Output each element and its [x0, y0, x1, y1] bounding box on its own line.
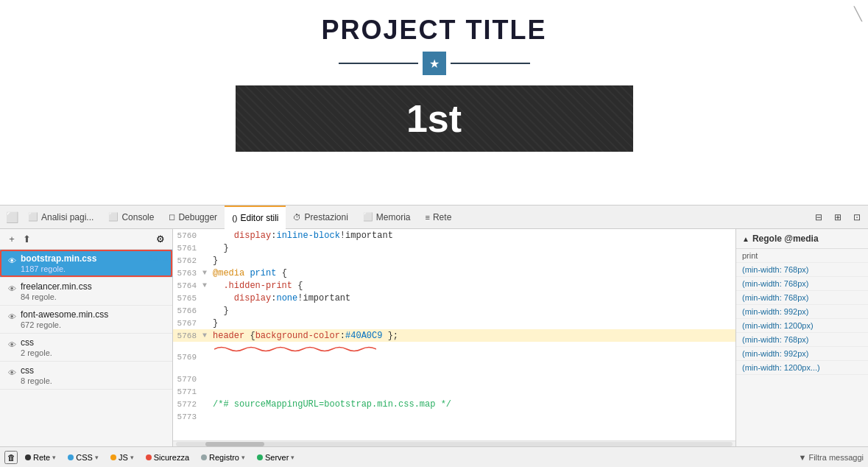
stylesheet-gear-icon[interactable]: ⚙ — [153, 232, 168, 247]
filter-css[interactable]: CSS ▾ — [63, 452, 103, 463]
filter-messages-label: ▼ Filtra messaggi — [798, 453, 864, 462]
code-horizontal-scrollbar[interactable] — [173, 440, 735, 446]
media-rule-768-3[interactable]: (min-width: 768px) — [736, 291, 868, 305]
import-stylesheet-button[interactable]: ⬆ — [19, 232, 34, 247]
media-rule-768-4[interactable]: (min-width: 768px) — [736, 333, 868, 347]
dot-server — [257, 454, 263, 460]
code-line-5763: 5763 ▼ @media print { — [173, 267, 735, 279]
tab-console[interactable]: ⬜ Console — [101, 206, 161, 229]
css-file-freelancer[interactable]: 👁 freelancer.min.css 84 regole. — [0, 278, 172, 306]
css-file-css2[interactable]: 👁 css 8 regole. — [0, 362, 172, 390]
media-rules-panel: ▲ Regole @media print (min-width: 768px)… — [735, 229, 868, 446]
arrow-rete: ▾ — [52, 454, 56, 461]
filter-sicurezza[interactable]: Sicurezza — [141, 452, 194, 463]
media-panel-title: ▲ Regole @media — [736, 229, 868, 249]
media-panel-scroll[interactable]: print (min-width: 768px) (min-width: 768… — [736, 249, 868, 446]
media-rule-992-2[interactable]: (min-width: 992px) — [736, 347, 868, 361]
css2-file-info: css 8 regole. — [21, 365, 168, 385]
dock-right-button[interactable]: ⊞ — [830, 209, 846, 225]
css-file-fontawesome[interactable]: 👁 font-awesome.min.css 672 regole. — [0, 306, 172, 334]
media-rule-1200-2[interactable]: (min-width: 1200px...) — [736, 361, 868, 375]
dot-sicurezza — [146, 454, 152, 460]
code-line-5760: 5760 display:inline-block!important — [173, 229, 735, 242]
css2-file-name: css — [21, 365, 168, 376]
eye-icon-freelancer: 👁 — [6, 283, 18, 295]
code-line-5765: 5765 display:none!important — [173, 292, 735, 304]
tab-rete[interactable]: ≡ Rete — [418, 206, 459, 229]
code-line-5762: 5762 } — [173, 254, 735, 267]
media-rule-768-1[interactable]: (min-width: 768px) — [736, 263, 868, 277]
bootstrap-file-info: bootstrap.min.css 1187 regole. — [21, 253, 147, 273]
dock-left-button[interactable]: ⊟ — [811, 209, 827, 225]
devtools-inspect-button[interactable]: ⬜ — [3, 208, 21, 226]
analisi-icon: ⬜ — [28, 212, 38, 222]
scrollbar-thumb[interactable] — [205, 442, 264, 446]
page-scroll-indicator: ╲ — [854, 6, 862, 22]
freelancer-file-rules: 84 regole. — [21, 292, 168, 301]
console-icon: ⬜ — [108, 212, 119, 222]
code-line-5769: 5769 — [173, 342, 735, 373]
css2-file-rules: 8 regole. — [21, 376, 168, 385]
title-line-right — [451, 63, 530, 64]
freelancer-file-name: freelancer.min.css — [21, 281, 168, 292]
css1-file-rules: 2 regole. — [21, 348, 168, 357]
star-icon: ★ — [429, 57, 440, 71]
media-rule-print[interactable]: print — [736, 249, 868, 263]
dot-rete — [25, 454, 31, 460]
dock-bottom-button[interactable]: ⊡ — [849, 209, 865, 225]
page-title: PROJECT TITLE — [321, 15, 546, 46]
filter-rete[interactable]: Rete ▾ — [21, 452, 60, 463]
rete-icon: ≡ — [426, 213, 430, 222]
media-rule-1200[interactable]: (min-width: 1200px) — [736, 319, 868, 333]
save-bootstrap-button[interactable]: Salva — [147, 253, 168, 262]
banner-image: 1st — [236, 85, 633, 152]
memoria-icon: ⬜ — [363, 212, 373, 222]
filter-server[interactable]: Server ▾ — [253, 452, 299, 463]
code-line-5772: 5772 /*# sourceMappingURL=bootstrap.min.… — [173, 398, 735, 410]
add-stylesheet-button[interactable]: + — [4, 232, 19, 247]
title-line-left — [339, 63, 418, 64]
media-panel-arrow: ▲ — [742, 235, 749, 243]
devtools-toolbar: ⬜ ⬜ Analisi pagi... ⬜ Console ◻ Debugger… — [0, 206, 868, 229]
debugger-icon: ◻ — [169, 212, 175, 222]
filter-js[interactable]: JS ▾ — [106, 452, 138, 463]
arrow-js: ▾ — [130, 454, 134, 461]
code-line-5761: 5761 } — [173, 242, 735, 254]
code-line-5766: 5766 } — [173, 304, 735, 317]
banner-text: 1st — [406, 96, 462, 141]
code-line-5768: 5768 ▼ header {background-color:#40A0C9 … — [173, 329, 735, 342]
arrow-server: ▾ — [291, 454, 294, 461]
arrow-registro: ▾ — [241, 454, 245, 461]
bootstrap-file-name: bootstrap.min.css — [21, 253, 147, 264]
css-file-bootstrap[interactable]: 👁 bootstrap.min.css 1187 regole. Salva — [0, 250, 172, 278]
code-line-5771: 5771 — [173, 385, 735, 398]
css-file-css1[interactable]: 👁 css 2 regole. — [0, 334, 172, 362]
dot-registro — [201, 454, 207, 460]
code-editor-panel[interactable]: 5760 display:inline-block!important 5761… — [173, 229, 735, 446]
devtools-body: + ⬆ ⚙ 👁 bootstrap.min.css 1187 regole. S… — [0, 229, 868, 446]
dock-icons: ⊟ ⊞ ⊡ — [811, 209, 865, 225]
arrow-css: ▾ — [95, 454, 99, 461]
eye-icon-css2: 👁 — [6, 367, 18, 379]
devtools-toolbar-right: ⊟ ⊞ ⊡ — [811, 209, 865, 225]
devtools-bottom-bar: 🗑 Rete ▾ CSS ▾ JS ▾ Sicurezza Registro ▾… — [0, 446, 868, 467]
filter-registro[interactable]: Registro ▾ — [197, 452, 250, 463]
css1-file-name: css — [21, 337, 168, 348]
tab-memoria[interactable]: ⬜ Memoria — [356, 206, 418, 229]
css-panel-toolbar: + ⬆ ⚙ — [0, 229, 172, 250]
tab-analisi[interactable]: ⬜ Analisi pagi... — [21, 206, 101, 229]
tab-editor-stili[interactable]: () Editor stili — [225, 206, 286, 229]
editor-icon: () — [232, 214, 237, 222]
trash-button[interactable]: 🗑 — [4, 451, 18, 464]
media-rule-768-2[interactable]: (min-width: 768px) — [736, 277, 868, 291]
scrollbar-track — [176, 442, 733, 446]
tab-prestazioni[interactable]: ⏱ Prestazioni — [286, 206, 355, 229]
tab-debugger[interactable]: ◻ Debugger — [161, 206, 225, 229]
code-area: 5760 display:inline-block!important 5761… — [173, 229, 735, 440]
devtools-panel: ⬜ ⬜ Analisi pagi... ⬜ Console ◻ Debugger… — [0, 205, 868, 467]
media-rule-992[interactable]: (min-width: 992px) — [736, 305, 868, 319]
page-preview: ╲ PROJECT TITLE ★ 1st — [0, 0, 868, 205]
eye-icon-css1: 👁 — [6, 339, 18, 351]
eye-icon-bootstrap: 👁 — [6, 255, 18, 267]
title-decoration: ★ — [339, 52, 530, 75]
